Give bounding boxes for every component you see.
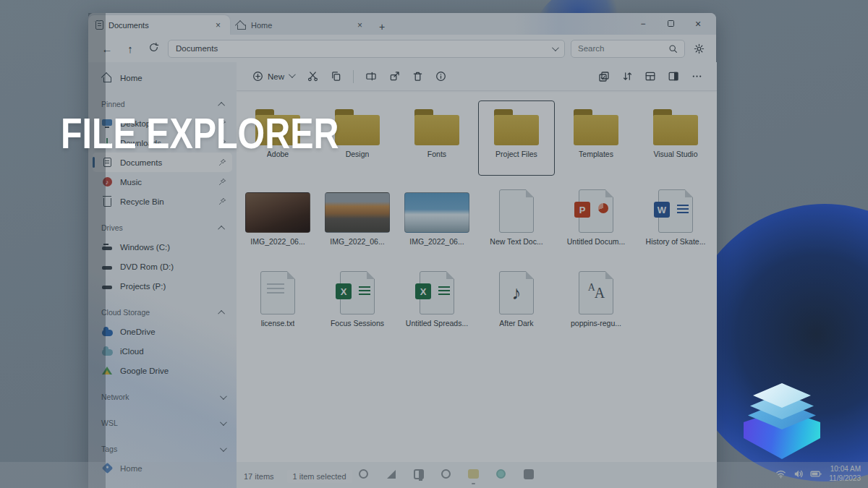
item-label: Focus Sessions (331, 319, 384, 328)
folder-icon (414, 109, 459, 145)
preview-pane-button[interactable] (663, 67, 684, 86)
grid-item-folder[interactable]: Visual Studio (637, 100, 714, 176)
layout-button[interactable] (640, 67, 660, 86)
sidebar-item-recycle-bin[interactable]: Recycle Bin (93, 192, 232, 211)
grid-item-image[interactable]: IMG_2022_06... (319, 188, 396, 257)
grid-item-image[interactable]: IMG_2022_06... (239, 188, 316, 257)
taskbar-app-button[interactable] (438, 466, 454, 481)
copy-button[interactable] (326, 67, 346, 86)
delete-button[interactable] (407, 67, 427, 86)
sidebar-section-drives[interactable]: Drives (93, 218, 232, 237)
up-arrow-icon[interactable]: ↑ (122, 43, 139, 55)
layers-logo (742, 383, 822, 459)
sidebar-item-icloud[interactable]: iCloud (93, 341, 232, 361)
cut-button[interactable] (302, 67, 323, 86)
navigation-bar: ← → ↑ Documents Search (88, 35, 716, 62)
back-arrow-icon[interactable]: ← (98, 43, 116, 55)
sidebar-item-dvd-rom-d[interactable]: DVD Rom (D:) (93, 257, 232, 276)
grid-item-folder-selected[interactable]: Project Files (478, 100, 555, 176)
close-button[interactable]: × (684, 18, 712, 30)
close-tab-icon[interactable]: × (355, 20, 365, 30)
maximize-button[interactable] (657, 20, 684, 28)
minimize-button[interactable]: − (629, 19, 657, 29)
chevron-up-icon[interactable] (218, 309, 225, 317)
system-tray[interactable]: 10:04 AM 11/9/2023 (775, 464, 861, 483)
new-button[interactable]: New (247, 67, 299, 85)
section-label: Tags (101, 445, 117, 453)
properties-button[interactable] (430, 67, 451, 86)
sidebar-item-label: iCloud (120, 347, 144, 356)
chevron-down-icon[interactable] (220, 445, 227, 452)
document-icon (95, 20, 103, 30)
tab-home[interactable]: Home × (230, 15, 372, 35)
sidebar-section-wsl[interactable]: WSL (93, 414, 232, 432)
taskbar-app-button[interactable] (383, 466, 399, 481)
item-label: Untitled Spreads... (406, 319, 468, 328)
sidebar-item-label: Documents (120, 158, 162, 167)
grid-item-document[interactable]: W History of Skate... (637, 188, 714, 257)
taskbar-search-button[interactable] (356, 466, 371, 481)
maximize-icon (668, 20, 674, 27)
chevron-down-icon[interactable] (552, 44, 559, 51)
folder-icon (574, 109, 618, 145)
excel-spreadsheet-icon: X (340, 271, 375, 314)
taskbar-app-button[interactable] (521, 466, 536, 481)
more-button[interactable] (686, 67, 707, 86)
sidebar-item-music[interactable]: ♪ Music (93, 172, 232, 192)
grid-item-document[interactable]: New Text Doc... (478, 188, 555, 257)
share-icon (389, 71, 400, 82)
image-thumbnail (325, 192, 390, 233)
sidebar-item-windows-c[interactable]: Windows (C:) (93, 237, 232, 257)
grid-item-folder[interactable]: Templates (558, 100, 634, 176)
sidebar-item-onedrive[interactable]: OneDrive (93, 322, 232, 341)
page-title: FILE EXPLORER (61, 109, 339, 158)
grid-item-audio[interactable]: ♪ After Dark (478, 270, 555, 339)
grid-item-font[interactable]: AA poppins-regu... (558, 270, 634, 339)
sidebar-section-network[interactable]: Network (93, 388, 232, 406)
chevron-down-icon[interactable] (220, 419, 227, 426)
tab-documents[interactable]: Documents × (88, 15, 230, 35)
taskbar: 10:04 AM 11/9/2023 (0, 462, 868, 488)
rename-button[interactable] (361, 67, 381, 86)
search-placeholder: Search (578, 44, 604, 53)
item-label: Templates (579, 150, 613, 158)
sidebar-item-label: OneDrive (120, 328, 156, 336)
text-document-icon (499, 189, 534, 233)
select-button[interactable] (594, 67, 614, 86)
sidebar-section-tags[interactable]: Tags (93, 440, 232, 458)
item-label: IMG_2022_06... (330, 237, 384, 246)
grid-item-spreadsheet[interactable]: X Untitled Spreads... (399, 270, 475, 339)
address-bar[interactable]: Documents (168, 40, 565, 58)
sidebar-item-label: DVD Rom (D:) (120, 262, 174, 271)
grid-item-folder[interactable]: Fonts (399, 100, 475, 176)
sidebar-item-label: Music (120, 178, 142, 187)
sidebar-section-cloud-storage[interactable]: Cloud Storage (93, 303, 232, 322)
taskbar-file-explorer-button[interactable] (466, 466, 481, 481)
close-tab-icon[interactable]: × (213, 20, 223, 30)
section-label: Drives (101, 223, 123, 232)
grid-item-spreadsheet[interactable]: X Focus Sessions (319, 270, 396, 339)
chevron-up-icon[interactable] (218, 101, 225, 108)
chevron-down-icon[interactable] (220, 393, 227, 400)
chart-app-icon (387, 470, 396, 479)
taskbar-app-button[interactable] (493, 466, 509, 481)
sort-button[interactable] (617, 67, 637, 86)
item-label: New Text Doc... (490, 237, 542, 246)
grid-item-image[interactable]: IMG_2022_06... (399, 188, 475, 257)
new-item-icon (252, 71, 263, 82)
chevron-up-icon[interactable] (218, 225, 225, 232)
refresh-icon[interactable] (145, 42, 162, 55)
taskbar-app-button[interactable] (411, 466, 426, 481)
settings-button[interactable] (691, 43, 706, 54)
new-tab-button[interactable]: + (372, 21, 392, 35)
grid-item-document[interactable]: license.txt (239, 270, 316, 339)
sidebar-item-projects-p[interactable]: Projects (P:) (93, 276, 232, 296)
sidebar-item-google-drive[interactable]: Google Drive (93, 361, 232, 380)
gear-icon (694, 43, 705, 54)
share-button[interactable] (384, 67, 404, 86)
toolbar: New (237, 62, 717, 91)
sidebar-item-home[interactable]: Home (93, 68, 232, 87)
grid-item-document[interactable]: P Untitled Docum... (558, 188, 634, 257)
search-input[interactable]: Search (571, 40, 685, 58)
disc-drive-icon (102, 266, 112, 270)
